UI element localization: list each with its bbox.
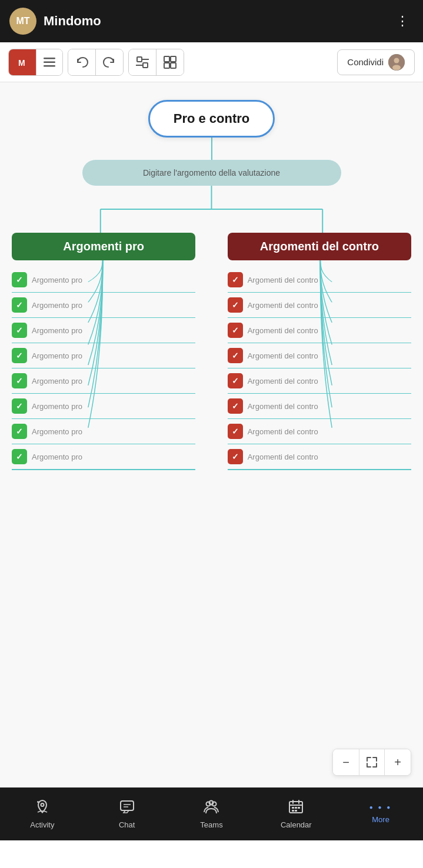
- chat-label: Chat: [119, 820, 135, 829]
- pro-item-row[interactable]: ✓ Argomento pro: [12, 343, 195, 368]
- green-check-icon: ✓: [12, 449, 27, 464]
- svg-rect-2: [44, 58, 55, 59]
- contro-item-text: Argomenti del contro: [248, 377, 318, 386]
- pro-item-row[interactable]: ✓ Argomento pro: [12, 267, 195, 293]
- sub-node[interactable]: Digitare l'argomento della valutazione: [82, 160, 341, 186]
- contro-item-row[interactable]: ✓ Argomenti del contro: [228, 318, 411, 343]
- contro-item-row[interactable]: ✓ Argomenti del contro: [228, 419, 411, 444]
- svg-rect-12: [171, 63, 176, 68]
- svg-rect-21: [37, 801, 39, 803]
- nav-item-chat[interactable]: Chat: [85, 787, 169, 840]
- contro-item-row[interactable]: ✓ Argomenti del contro: [228, 343, 411, 368]
- pro-item-row[interactable]: ✓ Argomento pro: [12, 318, 195, 343]
- svg-point-20: [41, 803, 44, 806]
- contro-item-text: Argomenti del contro: [248, 453, 318, 461]
- red-check-icon: ✓: [228, 323, 243, 338]
- red-check-icon: ✓: [228, 424, 243, 439]
- zoom-in-button[interactable]: +: [385, 749, 411, 775]
- pro-item-text: Argomento pro: [32, 326, 82, 335]
- nav-item-calendar[interactable]: Calendar: [254, 787, 338, 840]
- pro-item-text: Argomento pro: [32, 276, 82, 284]
- contro-item-row[interactable]: ✓ Argomenti del contro: [228, 368, 411, 394]
- nav-item-teams[interactable]: Teams: [169, 787, 254, 840]
- red-check-icon: ✓: [228, 297, 243, 313]
- pro-item-row[interactable]: ✓ Argomento pro: [12, 419, 195, 444]
- pro-item-text: Argomento pro: [32, 301, 82, 310]
- mindmap: Pro e contro Digitare l'argomento della …: [6, 100, 417, 470]
- svg-rect-33: [295, 807, 297, 809]
- connector-root-sub: [211, 138, 212, 160]
- avatar: MT: [9, 8, 36, 35]
- canvas: Pro e contro Digitare l'argomento della …: [0, 82, 423, 787]
- pro-item-row[interactable]: ✓ Argomento pro: [12, 293, 195, 318]
- pro-item-text: Argomento pro: [32, 351, 82, 360]
- share-label: Condividi: [347, 57, 384, 67]
- red-check-icon: ✓: [228, 272, 243, 287]
- svg-rect-22: [121, 801, 134, 810]
- green-check-icon: ✓: [12, 373, 27, 388]
- green-check-icon: ✓: [12, 323, 27, 338]
- activity-icon: [35, 799, 50, 818]
- branch-svg: [6, 186, 417, 233]
- calendar-label: Calendar: [281, 820, 312, 829]
- teams-icon: [203, 799, 219, 818]
- pro-item-row[interactable]: ✓ Argomento pro: [12, 394, 195, 419]
- expand-button[interactable]: [156, 49, 184, 75]
- branch-connector-area: [6, 186, 417, 233]
- share-button[interactable]: Condividi: [337, 49, 415, 75]
- undo-button[interactable]: [68, 49, 96, 75]
- contro-item-row[interactable]: ✓ Argomenti del contro: [228, 267, 411, 293]
- svg-rect-4: [44, 65, 55, 67]
- svg-rect-11: [164, 63, 169, 68]
- svg-rect-6: [143, 63, 148, 68]
- contro-item-row[interactable]: ✓ Argomenti del contro: [228, 293, 411, 318]
- app-title: Mindomo: [44, 14, 392, 29]
- green-check-icon: ✓: [12, 398, 27, 414]
- green-check-icon: ✓: [12, 272, 27, 287]
- contro-item-row[interactable]: ✓ Argomenti del contro: [228, 394, 411, 419]
- red-check-icon: ✓: [228, 398, 243, 414]
- pro-item-text: Argomento pro: [32, 453, 82, 461]
- share-avatar: [388, 54, 405, 71]
- svg-rect-3: [44, 61, 55, 63]
- branch-area: Argomenti pro ✓ Argomento pro ✓ Argoment…: [6, 233, 417, 470]
- chat-icon: [119, 799, 135, 818]
- svg-rect-35: [292, 810, 294, 812]
- contro-header[interactable]: Argomenti del contro: [228, 233, 411, 260]
- svg-rect-32: [292, 807, 294, 809]
- zoom-bar: − +: [332, 749, 411, 776]
- fit-view-button[interactable]: [129, 49, 156, 75]
- zoom-fit-button[interactable]: [359, 749, 385, 775]
- svg-point-14: [394, 58, 399, 63]
- calendar-icon: [288, 799, 304, 818]
- contro-item-text: Argomenti del contro: [248, 351, 318, 360]
- contro-item-text: Argomenti del contro: [248, 427, 318, 436]
- svg-text:M: M: [18, 58, 25, 68]
- pro-header[interactable]: Argomenti pro: [12, 233, 195, 260]
- pro-item-row[interactable]: ✓ Argomento pro: [12, 368, 195, 394]
- pro-column: Argomenti pro ✓ Argomento pro ✓ Argoment…: [12, 233, 195, 470]
- svg-rect-10: [171, 56, 176, 62]
- zoom-out-button[interactable]: −: [333, 749, 359, 775]
- menu-button[interactable]: [36, 49, 62, 75]
- toolbar-logo-group: M: [8, 49, 63, 76]
- nav-item-more[interactable]: ● ● ● More: [338, 787, 423, 840]
- contro-column: Argomenti del contro ✓ Argomenti del con…: [228, 233, 411, 470]
- activity-label: Activity: [30, 820, 54, 829]
- contro-item-text: Argomenti del contro: [248, 301, 318, 310]
- logo-button[interactable]: M: [9, 49, 36, 75]
- nav-item-activity[interactable]: Activity: [0, 787, 85, 840]
- svg-rect-34: [298, 807, 300, 809]
- header: MT Mindomo ⋮: [0, 0, 423, 42]
- bottom-nav: Activity Chat Teams: [0, 787, 423, 840]
- red-check-icon: ✓: [228, 449, 243, 464]
- pro-item-row[interactable]: ✓ Argomento pro: [12, 444, 195, 470]
- svg-rect-36: [295, 810, 297, 812]
- toolbar-view-group: [128, 49, 184, 76]
- contro-item-row[interactable]: ✓ Argomenti del contro: [228, 444, 411, 470]
- redo-button[interactable]: [96, 49, 123, 75]
- green-check-icon: ✓: [12, 297, 27, 313]
- header-more-button[interactable]: ⋮: [392, 11, 414, 32]
- svg-point-15: [392, 65, 401, 70]
- root-node[interactable]: Pro e contro: [148, 100, 275, 138]
